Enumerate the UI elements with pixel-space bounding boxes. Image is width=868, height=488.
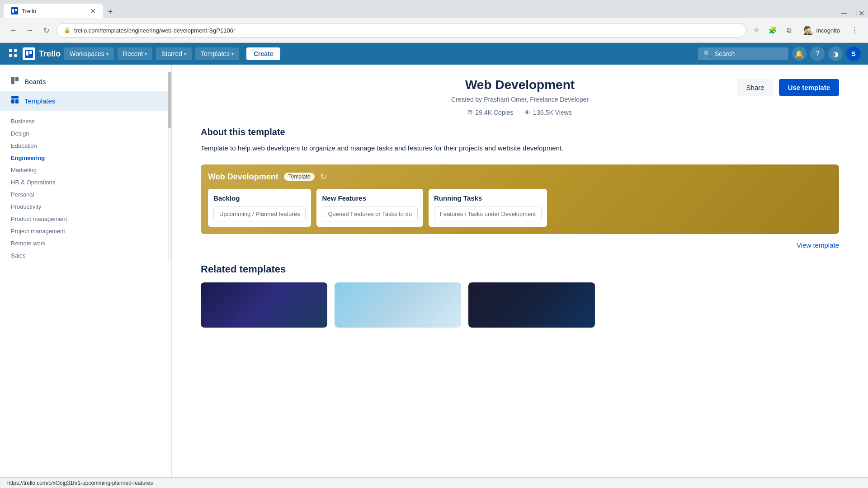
- share-button[interactable]: Share: [737, 79, 774, 96]
- category-project-management[interactable]: Project management: [0, 224, 171, 236]
- template-stats: ⧉ 29.4K Copies 👁 136.5K Views: [201, 108, 839, 116]
- category-business[interactable]: Business: [0, 114, 171, 127]
- category-marketing[interactable]: Marketing: [0, 163, 171, 175]
- related-card-0[interactable]: [201, 282, 327, 328]
- recent-menu-button[interactable]: Recent ▾: [118, 47, 152, 60]
- back-button[interactable]: ←: [7, 24, 20, 37]
- starred-label: Starred: [161, 50, 182, 57]
- minimize-button[interactable]: ─: [841, 9, 847, 18]
- related-grid: [201, 282, 839, 328]
- recent-chevron-icon: ▾: [145, 52, 147, 56]
- templates-menu-button[interactable]: Templates ▾: [195, 47, 239, 60]
- category-remote-work[interactable]: Remote work: [0, 236, 171, 249]
- apps-grid-button[interactable]: [7, 47, 19, 61]
- use-template-button[interactable]: Use template: [779, 79, 839, 96]
- use-template-label: Use template: [788, 84, 830, 91]
- help-button[interactable]: ?: [810, 47, 825, 61]
- board-list-new-features: New Features Queued Features or Tasks to…: [316, 189, 423, 227]
- sidebar-item-templates[interactable]: Templates: [0, 91, 171, 111]
- svg-rect-3: [9, 49, 12, 52]
- related-card-1[interactable]: [335, 282, 461, 328]
- running-tasks-card[interactable]: Features / Tasks under Development: [434, 206, 542, 221]
- content-area: Share Use template Web Development Creat…: [172, 65, 868, 488]
- views-count: 136.5K Views: [533, 109, 571, 116]
- incognito-button[interactable]: 🕵 Incognito: [799, 23, 844, 37]
- svg-rect-8: [26, 51, 28, 56]
- trello-logo[interactable]: Trello: [23, 47, 61, 60]
- create-button[interactable]: Create: [246, 47, 281, 60]
- address-bar[interactable]: 🔒 trello.com/templates/engineering/web-d…: [56, 23, 746, 38]
- svg-rect-6: [14, 54, 17, 57]
- svg-rect-13: [11, 99, 14, 103]
- workspaces-menu-button[interactable]: Workspaces ▾: [64, 47, 114, 60]
- tab-favicon: [11, 7, 18, 14]
- tab-close-button[interactable]: ✕: [90, 7, 96, 15]
- new-features-title: New Features: [322, 194, 417, 202]
- category-hr-operations[interactable]: HR & Operations: [0, 175, 171, 188]
- related-section: Related templates: [201, 263, 839, 328]
- new-features-card[interactable]: Queued Features or Tasks to do: [322, 206, 417, 221]
- starred-menu-button[interactable]: Starred ▾: [156, 47, 192, 60]
- category-productivity[interactable]: Productivity: [0, 200, 171, 212]
- svg-rect-1: [12, 9, 14, 13]
- search-placeholder-text: Search: [715, 50, 735, 57]
- category-education[interactable]: Education: [0, 139, 171, 151]
- boards-label: Boards: [24, 78, 46, 85]
- board-lists: Backlog Upcomming / Planned features New…: [208, 189, 832, 227]
- split-button[interactable]: ⧉: [783, 24, 795, 37]
- status-bar: https://trello.com/c/xOojg31h/1-upcommin…: [0, 477, 868, 488]
- view-template-anchor[interactable]: View template: [797, 241, 839, 249]
- svg-rect-9: [29, 51, 32, 54]
- share-label: Share: [746, 84, 764, 91]
- new-tab-button[interactable]: +: [104, 5, 117, 18]
- active-tab[interactable]: Trello ✕: [4, 4, 103, 18]
- extensions-button[interactable]: 🧩: [766, 24, 779, 37]
- svg-rect-7: [25, 50, 33, 58]
- svg-rect-12: [11, 96, 19, 99]
- board-preview-header: Web Development Template ↻: [208, 172, 832, 182]
- browser-tab-bar: Trello ✕ + ─ ⬜ ✕: [0, 0, 868, 18]
- category-product-management[interactable]: Product management: [0, 212, 171, 224]
- user-avatar[interactable]: S: [846, 47, 861, 61]
- templates-sidebar-icon: [11, 96, 19, 106]
- bookmark-button[interactable]: ☆: [750, 24, 763, 37]
- sidebar-item-boards[interactable]: Boards: [0, 72, 171, 91]
- board-list-backlog: Backlog Upcomming / Planned features: [208, 189, 311, 227]
- search-icon: 🔍: [703, 50, 711, 57]
- related-card-2[interactable]: [468, 282, 595, 328]
- theme-icon: ◑: [832, 50, 839, 58]
- url-text: trello.com/templates/engineering/web-dev…: [74, 27, 235, 34]
- incognito-label: Incognito: [816, 27, 840, 34]
- bell-icon: 🔔: [795, 50, 804, 58]
- board-preview-refresh-icon[interactable]: ↻: [320, 172, 327, 182]
- refresh-button[interactable]: ↻: [40, 24, 52, 37]
- recent-label: Recent: [123, 50, 143, 57]
- incognito-icon: 🕵: [803, 25, 813, 35]
- notifications-button[interactable]: 🔔: [792, 47, 807, 61]
- user-initial: S: [851, 50, 855, 57]
- close-window-button[interactable]: ✕: [859, 9, 864, 18]
- forward-button[interactable]: →: [24, 24, 36, 37]
- templates-chevron-icon: ▾: [231, 52, 234, 56]
- search-box[interactable]: 🔍 Search: [698, 47, 788, 60]
- category-design[interactable]: Design: [0, 127, 171, 139]
- sidebar: Boards Templates Business Design: [0, 65, 172, 488]
- about-title: About this template: [201, 127, 839, 137]
- templates-label: Templates: [201, 50, 230, 57]
- category-personal[interactable]: Personal: [0, 188, 171, 200]
- browser-toolbar-icons: ☆ 🧩 ⧉ 🕵 Incognito ⋮: [750, 23, 861, 37]
- restore-button[interactable]: ⬜: [849, 10, 857, 17]
- copies-stat: ⧉ 29.4K Copies: [468, 108, 513, 116]
- help-icon: ?: [816, 50, 820, 58]
- theme-button[interactable]: ◑: [828, 47, 843, 61]
- status-url: https://trello.com/c/xOojg31h/1-upcommin…: [7, 480, 153, 486]
- template-badge: Template: [284, 173, 315, 181]
- svg-rect-11: [15, 77, 19, 81]
- trello-logo-icon: [23, 47, 35, 60]
- menu-button[interactable]: ⋮: [848, 24, 861, 37]
- svg-rect-4: [14, 49, 17, 52]
- backlog-card[interactable]: Upcomming / Planned features: [213, 206, 306, 221]
- create-label: Create: [254, 50, 274, 57]
- category-sales[interactable]: Sales: [0, 249, 171, 261]
- category-engineering[interactable]: Engineering: [0, 151, 171, 163]
